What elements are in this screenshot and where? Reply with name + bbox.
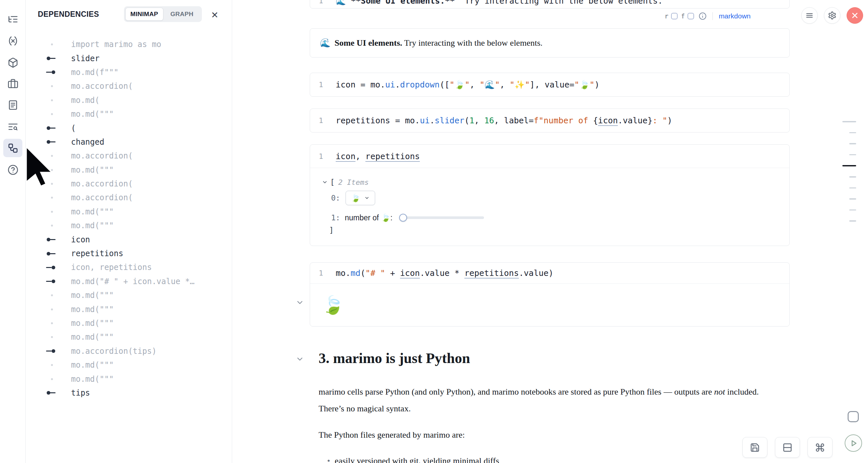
rail-file-tree-button[interactable] <box>3 10 22 28</box>
code-token: , <box>500 80 509 89</box>
minimap-item[interactable]: mo.accordion( <box>26 177 231 191</box>
outline-marker[interactable] <box>842 121 856 122</box>
outline-marker[interactable] <box>849 176 856 178</box>
minimap-item[interactable]: mo.md(""" <box>26 205 231 219</box>
minimap-item-label: mo.md(""" <box>71 333 114 342</box>
list-item-text: easily versioned with git, yielding mini… <box>335 453 499 463</box>
minimap-item[interactable]: icon <box>26 233 231 246</box>
outline-marker[interactable] <box>849 154 856 156</box>
variable-icon <box>7 35 19 47</box>
code-editor[interactable]: icon, repetitions <box>336 152 420 161</box>
language-toggle[interactable]: markdown <box>719 12 751 20</box>
code-token: ([ <box>440 80 450 89</box>
minimap-item[interactable]: import marimo as mo <box>26 37 231 51</box>
minimap-item[interactable]: mo.md(""" <box>26 372 231 386</box>
minimap-item[interactable]: repetitions <box>26 247 231 260</box>
outline-marker[interactable] <box>849 132 856 133</box>
slider-thumb[interactable] <box>399 214 407 222</box>
minimap-item[interactable]: icon, repetitions <box>26 260 231 274</box>
list-item: • easily versioned with git, yielding mi… <box>319 453 774 463</box>
slider[interactable] <box>399 213 484 222</box>
minimap-item[interactable]: mo.accordion( <box>26 149 231 163</box>
outline-marker[interactable] <box>849 210 856 211</box>
code-token: , <box>474 116 484 125</box>
code-token: 1 <box>469 116 474 125</box>
minimap-item[interactable]: mo.accordion(tips) <box>26 344 231 358</box>
minimap-item[interactable]: slider <box>26 51 231 65</box>
code-editor[interactable]: icon = mo.ui.dropdown(["🍃", "🌊", "✨"], v… <box>336 80 599 89</box>
info-icon[interactable] <box>699 12 707 20</box>
code-editor[interactable]: mo.md("# " + icon.value * repetitions.va… <box>336 268 553 278</box>
minimap-item[interactable]: mo.accordion( <box>26 191 231 205</box>
format-checkbox[interactable] <box>687 13 694 20</box>
minimap-item-label: mo.accordion( <box>71 193 133 202</box>
menu-button[interactable] <box>801 7 818 24</box>
code-token: repetitions <box>336 116 390 125</box>
tab-graph[interactable]: GRAPH <box>163 7 201 21</box>
rail-help-button[interactable] <box>3 160 22 179</box>
minimap-item[interactable]: ( <box>26 121 231 135</box>
code-token: . <box>395 80 400 89</box>
rail-variables-button[interactable] <box>3 32 22 50</box>
slider-track[interactable] <box>399 216 484 219</box>
minimap-item[interactable]: mo.md(""" <box>26 107 231 121</box>
bullet-icon: • <box>327 453 330 463</box>
collapse-output-icon[interactable] <box>296 298 304 307</box>
collapse-section-icon[interactable] <box>296 355 304 363</box>
outline-marker[interactable] <box>849 198 856 199</box>
settings-button[interactable] <box>824 7 840 24</box>
outline-marker[interactable] <box>849 187 856 189</box>
minimap-item[interactable]: tips <box>26 386 231 400</box>
outline-marker[interactable] <box>849 143 856 144</box>
code-editor[interactable]: repetitions = mo.ui.slider(1, 16, label=… <box>336 116 672 125</box>
tree-row: 0: 🍃 <box>331 190 375 206</box>
cell-output-node-icon <box>46 386 57 400</box>
code-cell-dropdown: 1 icon = mo.ui.dropdown(["🍃", "🌊", "✨"],… <box>310 73 790 97</box>
hamburger-menu-icon <box>805 11 814 20</box>
minimap-item[interactable]: mo.md("# " + icon.value *… <box>26 275 231 288</box>
minimap-item[interactable]: mo.md(""" <box>26 219 231 233</box>
paragraph-text: marimo cells parse Python (and only Pyth… <box>319 387 714 397</box>
close-notebook-button[interactable] <box>847 7 863 24</box>
minimap-item[interactable]: mo.md(f""" <box>26 65 231 79</box>
minimap-item[interactable]: mo.md(""" <box>26 288 231 302</box>
minimap-item[interactable]: mo.md(""" <box>26 316 231 330</box>
minimap-item[interactable]: mo.md(""" <box>26 358 231 372</box>
close-panel-button[interactable]: ✕ <box>209 9 221 21</box>
minimap-item[interactable]: mo.md(""" <box>26 163 231 177</box>
code-token: f"number of <box>534 116 593 125</box>
save-button[interactable] <box>742 437 767 458</box>
tab-minimap[interactable]: MINIMAP <box>125 7 163 21</box>
paragraph: The Python files generated by marimo are… <box>319 427 774 443</box>
code-cell-expression: 1 icon, repetitions [ 2 Items 0: 🍃 1: nu… <box>310 144 790 246</box>
rail-toolbox-button[interactable] <box>3 75 22 93</box>
rail-snippets-button[interactable] <box>3 96 22 114</box>
save-icon <box>750 442 760 453</box>
code-token: = <box>529 116 534 125</box>
minimap-item[interactable]: changed <box>26 135 231 149</box>
layout-button[interactable] <box>775 437 800 458</box>
code-token: mo <box>370 80 380 89</box>
outline-marker[interactable] <box>842 165 856 166</box>
minimap-item[interactable]: mo.md(""" <box>26 302 231 316</box>
run-button[interactable] <box>845 434 862 452</box>
minimap-item[interactable]: mo.md( <box>26 93 231 107</box>
command-palette-button[interactable] <box>807 437 833 458</box>
rail-dependencies-button[interactable] <box>3 139 22 157</box>
dropdown-select[interactable]: 🍃 <box>346 191 375 205</box>
chevron-down-icon[interactable] <box>322 179 328 185</box>
rail-packages-button[interactable] <box>3 53 22 72</box>
marimo-app: DEPENDENCIES MINIMAP GRAPH ✕ import mari… <box>0 0 868 463</box>
cell-dot-icon <box>46 205 57 219</box>
code-token: mo <box>405 116 415 125</box>
app-view-button[interactable] <box>847 410 860 423</box>
rail-logs-button[interactable] <box>3 117 22 136</box>
outline-marker[interactable] <box>849 220 856 222</box>
minimap-item[interactable]: mo.accordion( <box>26 79 231 93</box>
icon-rail <box>0 0 26 463</box>
minimap-item[interactable]: mo.md(""" <box>26 330 231 344</box>
gear-icon <box>828 11 836 20</box>
minimap-item-label: ( <box>71 124 75 133</box>
reactive-checkbox[interactable] <box>671 13 678 20</box>
markdown-editor[interactable]: 🌊 **Some UI elements.** Try interacting … <box>336 0 662 6</box>
